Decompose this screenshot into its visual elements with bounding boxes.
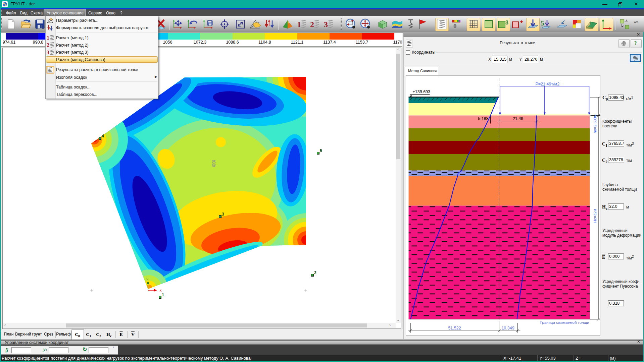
svg-text:Hc=32м: Hc=32м <box>593 208 597 223</box>
svg-text:x: x <box>159 288 162 293</box>
svg-text:10.349: 10.349 <box>501 325 514 330</box>
svg-text:3: 3 <box>324 20 328 29</box>
svg-text:1: 1 <box>297 20 301 29</box>
svg-text:0: 0 <box>453 22 457 29</box>
svg-text:5.188: 5.188 <box>478 116 488 121</box>
svg-text:ho=2.693м: ho=2.693м <box>593 114 597 133</box>
svg-text:3: 3 <box>222 212 224 217</box>
svg-text:21.49: 21.49 <box>512 116 523 121</box>
svg-text:5: 5 <box>320 148 322 153</box>
svg-text:+139.693: +139.693 <box>412 89 430 94</box>
svg-text:4: 4 <box>102 134 104 138</box>
svg-text:2: 2 <box>47 42 49 48</box>
svg-text:Граница сжимаемой толщи: Граница сжимаемой толщи <box>540 320 589 324</box>
svg-text:P=21.49т/м2: P=21.49т/м2 <box>535 81 559 86</box>
svg-text:1: 1 <box>47 35 49 41</box>
svg-text:5: 5 <box>541 19 544 27</box>
svg-text:3: 3 <box>47 50 49 55</box>
svg-text:1: 1 <box>162 293 164 297</box>
svg-text:2: 2 <box>310 20 314 29</box>
svg-text:y: y <box>146 276 148 281</box>
svg-text:3: 3 <box>505 20 508 25</box>
svg-text:51.522: 51.522 <box>448 325 461 330</box>
svg-text:2: 2 <box>314 270 316 275</box>
